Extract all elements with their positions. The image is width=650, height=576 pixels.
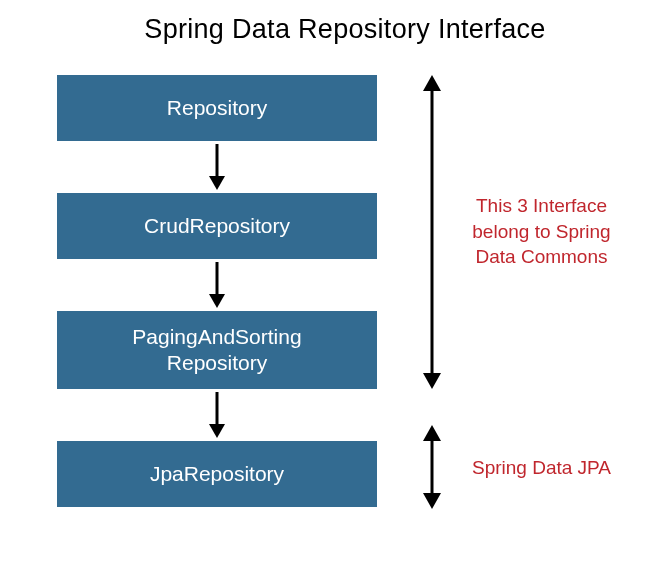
- svg-marker-3: [209, 294, 225, 308]
- svg-marker-9: [423, 425, 441, 441]
- annotation-commons: This 3 Interface belong to Spring Data C…: [454, 193, 629, 270]
- box-label: Repository: [167, 95, 267, 121]
- double-arrow-vertical-icon: [420, 75, 444, 393]
- box-label: PagingAndSorting Repository: [132, 324, 301, 377]
- diagram-title: Spring Data Repository Interface: [0, 0, 650, 45]
- box-label: JpaRepository: [150, 461, 284, 487]
- svg-marker-6: [423, 75, 441, 91]
- svg-marker-5: [209, 424, 225, 438]
- box-paging-sorting-repository: PagingAndSorting Repository: [57, 311, 377, 389]
- svg-marker-11: [423, 493, 441, 509]
- arrow-down-icon: [207, 259, 227, 311]
- svg-marker-1: [209, 176, 225, 190]
- box-crud-repository: CrudRepository: [57, 193, 377, 259]
- double-arrow-vertical-icon: [420, 425, 444, 513]
- box-label: CrudRepository: [144, 213, 290, 239]
- arrow-down-icon: [207, 141, 227, 193]
- annotation-column: This 3 Interface belong to Spring Data C…: [410, 75, 640, 507]
- arrow-down-icon: [207, 389, 227, 441]
- annotation-jpa: Spring Data JPA: [454, 455, 629, 481]
- diagram-layout: Repository CrudRepository PagingAndSorti…: [0, 75, 650, 507]
- box-jpa-repository: JpaRepository: [57, 441, 377, 507]
- hierarchy-column: Repository CrudRepository PagingAndSorti…: [32, 75, 402, 507]
- svg-marker-8: [423, 373, 441, 389]
- box-repository: Repository: [57, 75, 377, 141]
